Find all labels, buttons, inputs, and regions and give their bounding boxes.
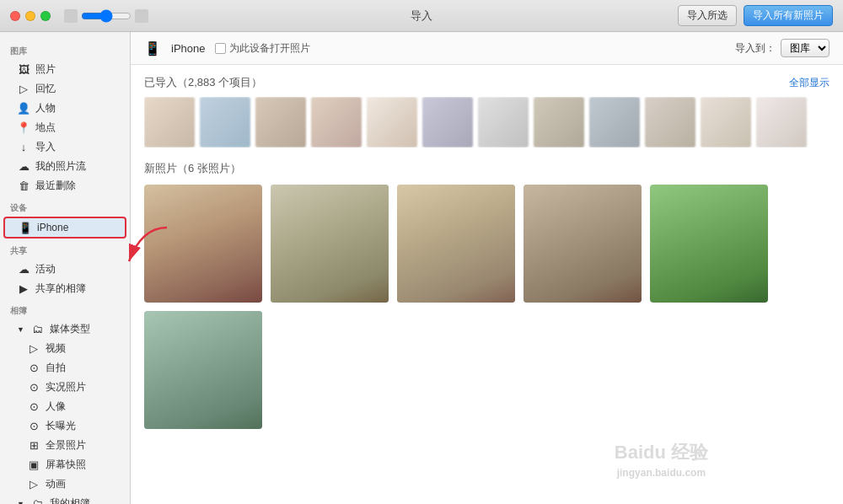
iphone-icon: 📱 <box>19 221 32 234</box>
imported-thumb-11[interactable] <box>701 97 751 147</box>
sidebar-item-selfie[interactable]: ⊙ 自拍 <box>3 358 126 378</box>
close-button[interactable] <box>10 11 20 21</box>
new-photos-title: 新照片（6 张照片） <box>144 161 830 176</box>
sidebar-item-live[interactable]: ⊙ 实况照片 <box>3 378 126 397</box>
imported-photos-row <box>144 97 830 147</box>
show-all-link[interactable]: 全部显示 <box>789 76 830 90</box>
screenshot-icon: ▣ <box>27 458 40 472</box>
video-icon: ▷ <box>27 342 40 356</box>
content-device-name: iPhone <box>171 42 205 55</box>
import-icon: ↓ <box>17 141 30 154</box>
grid-view-icon[interactable] <box>64 9 78 23</box>
content-header: 📱 iPhone 为此设备打开照片 导入到： 图库 <box>131 32 843 65</box>
sidebar-item-video[interactable]: ▷ 视频 <box>3 339 126 358</box>
sidebar-item-iphone[interactable]: 📱 iPhone <box>3 217 126 239</box>
memories-icon: ▷ <box>17 83 30 96</box>
imported-section-title: 已导入（2,883 个项目） <box>144 75 262 90</box>
titlebar-actions: 导入所选 导入所有新照片 <box>678 5 833 26</box>
shared-albums-icon: ▶ <box>17 282 30 296</box>
imported-thumb-8[interactable] <box>534 97 584 147</box>
sidebar-item-photostream[interactable]: ☁ 我的照片流 <box>3 157 126 176</box>
sidebar-label-video: 视频 <box>46 341 116 356</box>
imported-thumb-3[interactable] <box>255 97 306 147</box>
maximize-button[interactable] <box>40 11 51 21</box>
list-view-icon[interactable] <box>135 9 148 23</box>
my-albums-icon: 🗂 <box>31 497 45 505</box>
minimize-button[interactable] <box>25 11 35 21</box>
new-photo-5[interactable] <box>650 185 768 303</box>
import-to-selector[interactable]: 图库 <box>781 39 830 57</box>
sidebar-label-import: 导入 <box>35 140 116 154</box>
expand-my-albums-icon: ▼ <box>17 500 24 505</box>
sidebar-item-longexposure[interactable]: ⊙ 长曝光 <box>3 416 126 436</box>
animated-icon: ▷ <box>27 478 40 491</box>
sidebar-label-places: 地点 <box>35 121 116 135</box>
imported-thumb-12[interactable] <box>756 97 807 147</box>
sidebar-albums-title: 相簿 <box>0 298 130 319</box>
sidebar-label-iphone: iPhone <box>37 222 115 233</box>
import-selected-button[interactable]: 导入所选 <box>678 5 737 26</box>
open-photos-text: 为此设备打开照片 <box>229 41 310 56</box>
sidebar-label-shared-albums: 共享的相簿 <box>35 281 116 296</box>
sidebar-label-panorama: 全景照片 <box>46 438 116 453</box>
import-to-label: 导入到： <box>735 41 776 56</box>
import-all-button[interactable]: 导入所有新照片 <box>744 5 833 26</box>
sidebar-label-animated: 动画 <box>46 477 116 491</box>
titlebar-title: 导入 <box>411 8 432 24</box>
sidebar-label-portrait: 人像 <box>46 399 116 414</box>
sidebar-library-title: 图库 <box>0 39 130 60</box>
imported-thumb-5[interactable] <box>367 97 417 147</box>
import-to-section: 导入到： 图库 <box>735 39 830 57</box>
main-container: 图库 🖼 照片 ▷ 回忆 👤 人物 📍 地点 ↓ 导入 ☁ 我的照片流 🗑 最近… <box>0 32 843 504</box>
sidebar-label-selfie: 自拍 <box>46 361 116 375</box>
expand-icon: ▼ <box>17 325 24 334</box>
new-photo-2[interactable] <box>271 185 389 303</box>
sidebar-label-my-albums: 我的相簿 <box>50 496 116 504</box>
new-photo-6[interactable] <box>144 311 262 429</box>
longexposure-icon: ⊙ <box>27 420 40 433</box>
media-type-icon: 🗂 <box>31 323 45 336</box>
sidebar-item-animated[interactable]: ▷ 动画 <box>3 475 126 494</box>
sidebar-item-activity[interactable]: ☁ 活动 <box>3 260 126 279</box>
sidebar-item-panorama[interactable]: ⊞ 全景照片 <box>3 436 126 455</box>
sidebar-shared-title: 共享 <box>0 239 130 260</box>
sidebar-item-portrait[interactable]: ⊙ 人像 <box>3 397 126 416</box>
sidebar-item-photos[interactable]: 🖼 照片 <box>3 60 126 79</box>
new-photos-grid <box>144 185 830 429</box>
new-photo-1[interactable] <box>144 185 262 303</box>
imported-thumb-9[interactable] <box>589 97 640 147</box>
titlebar: 导入 导入所选 导入所有新照片 <box>0 0 843 32</box>
imported-section-header: 已导入（2,883 个项目） 全部显示 <box>144 75 830 90</box>
sidebar-devices-title: 设备 <box>0 196 130 217</box>
activity-icon: ☁ <box>17 263 30 276</box>
sidebar-label-people: 人物 <box>35 101 116 115</box>
sidebar-item-import[interactable]: ↓ 导入 <box>3 137 126 157</box>
new-photo-3[interactable] <box>397 185 515 303</box>
imported-thumb-1[interactable] <box>144 97 195 147</box>
people-icon: 👤 <box>17 102 30 115</box>
sidebar-label-longexposure: 长曝光 <box>46 419 116 433</box>
content-device-icon: 📱 <box>144 40 161 56</box>
open-photos-toggle[interactable]: 为此设备打开照片 <box>215 41 310 56</box>
titlebar-left <box>10 9 148 23</box>
sidebar-item-places[interactable]: 📍 地点 <box>3 118 126 137</box>
sidebar-label-photostream: 我的照片流 <box>35 159 116 174</box>
imported-thumb-7[interactable] <box>478 97 529 147</box>
imported-thumb-2[interactable] <box>200 97 250 147</box>
import-to-dropdown[interactable]: 图库 <box>781 39 830 57</box>
zoom-slider[interactable] <box>81 9 132 23</box>
sidebar-item-people[interactable]: 👤 人物 <box>3 99 126 118</box>
sidebar-label-deleted: 最近删除 <box>35 179 116 193</box>
new-photo-4[interactable] <box>524 185 642 303</box>
sidebar-item-media-type[interactable]: ▼ 🗂 媒体类型 <box>3 319 126 339</box>
open-photos-checkbox[interactable] <box>215 43 226 54</box>
imported-thumb-4[interactable] <box>311 97 362 147</box>
imported-thumb-10[interactable] <box>645 97 695 147</box>
imported-thumb-6[interactable] <box>422 97 473 147</box>
sidebar-item-my-albums[interactable]: ▼ 🗂 我的相簿 <box>3 494 126 504</box>
sidebar-item-shared-albums[interactable]: ▶ 共享的相簿 <box>3 279 126 298</box>
sidebar-item-recentlydeleted[interactable]: 🗑 最近删除 <box>3 176 126 196</box>
portrait-icon: ⊙ <box>27 400 40 414</box>
sidebar-item-screenshot[interactable]: ▣ 屏幕快照 <box>3 455 126 475</box>
sidebar-item-memories[interactable]: ▷ 回忆 <box>3 79 126 99</box>
